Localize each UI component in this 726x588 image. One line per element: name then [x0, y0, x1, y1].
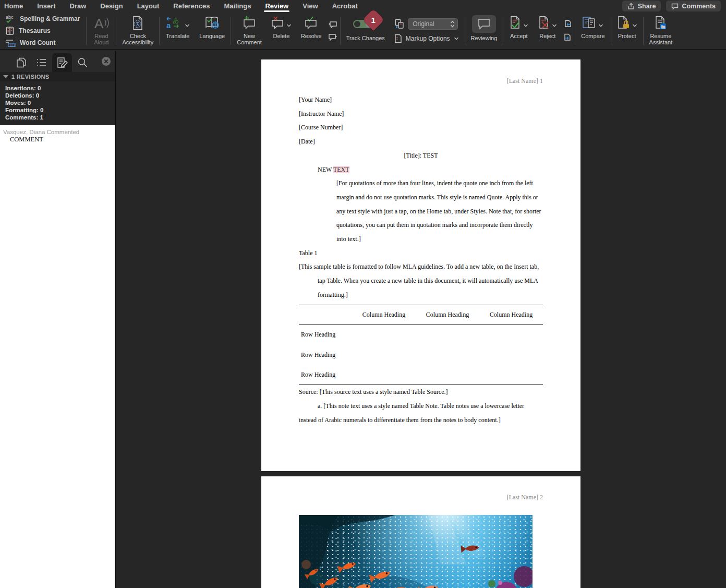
tab-design[interactable]: Design: [100, 0, 123, 13]
commented-text[interactable]: TEXT: [333, 166, 349, 173]
byline-date: [Date]: [299, 135, 543, 149]
svg-text:abc: abc: [6, 15, 14, 20]
comments-label: Comments: [682, 3, 716, 10]
next-change-icon[interactable]: [563, 33, 572, 42]
display-for-review-value: Original: [413, 20, 434, 28]
accept-change-icon: [509, 16, 522, 30]
reviewing-pane-button[interactable]: Reviewing: [466, 13, 502, 49]
translate-label: Translate: [166, 33, 189, 39]
review-ribbon: abc Spelling & Grammar Thesaurus 123 Wor…: [0, 13, 726, 50]
track-changes-label: Track Changes: [346, 35, 385, 41]
tab-review[interactable]: Review: [265, 0, 288, 13]
tab-draw[interactable]: Draw: [70, 0, 87, 13]
comments-button[interactable]: Comments: [666, 1, 721, 11]
tab-references[interactable]: References: [173, 0, 210, 13]
ribbon-separator: [340, 17, 341, 45]
translate-icon: a あ: [165, 16, 183, 30]
accept-label: Accept: [510, 33, 528, 39]
reject-chevron-icon: [552, 23, 557, 28]
tab-view[interactable]: View: [302, 0, 318, 13]
main-area: 1 REVISIONS Insertions: 0 Deletions: 0 M…: [0, 51, 726, 588]
ribbon-separator: [231, 17, 231, 45]
document-title: [Title]: TEST: [299, 149, 543, 163]
review-sidebar: 1 REVISIONS Insertions: 0 Deletions: 0 M…: [0, 51, 116, 588]
sidebar-tab-revisions[interactable]: [52, 53, 72, 72]
ribbon-separator: [575, 17, 575, 45]
track-changes-toggle[interactable]: 1 Track Changes: [342, 13, 390, 49]
markup-options-label: Markup Options: [406, 35, 450, 42]
markup-options-button[interactable]: Markup Options: [394, 32, 459, 45]
table-source: Source: [This source text uses a style n…: [299, 385, 543, 399]
delete-comment-icon: [271, 16, 285, 30]
previous-change-icon[interactable]: [563, 20, 572, 29]
compare-label: Compare: [581, 33, 604, 39]
share-button[interactable]: Share: [622, 1, 661, 11]
new-comment-button[interactable]: New Comment: [232, 13, 267, 49]
compare-button[interactable]: Compare: [576, 13, 609, 49]
word-count-button[interactable]: 123 Word Count: [5, 38, 80, 47]
delete-chevron-icon: [286, 23, 292, 28]
document-page-2[interactable]: [Last Name] 2: [261, 476, 580, 588]
spelling-grammar-icon: abc: [5, 14, 16, 23]
thesaurus-label: Thesaurus: [19, 27, 51, 34]
stat-formatting: Formatting: 0: [5, 106, 115, 114]
comment-entry[interactable]: Vasquez, Diana Commented COMMENT: [0, 128, 115, 143]
byline-instructor: [Instructor Name]: [299, 107, 543, 121]
column-heading: Column Heading: [479, 308, 543, 322]
search-icon: [77, 57, 88, 68]
tab-mailings[interactable]: Mailings: [224, 0, 251, 13]
thesaurus-button[interactable]: Thesaurus: [5, 26, 80, 35]
document-page-1[interactable]: [Last Name] 1 [Your Name] [Instructor Na…: [261, 59, 580, 471]
sidebar-tabs: [0, 51, 115, 72]
reviewing-label: Reviewing: [471, 35, 498, 41]
close-sidebar-button[interactable]: [101, 56, 111, 66]
delete-comment-button[interactable]: Delete: [267, 13, 296, 49]
next-comment-icon[interactable]: [328, 33, 337, 41]
reviewing-pane-icon: [478, 18, 490, 30]
reject-change-button[interactable]: Reject: [533, 13, 562, 49]
translate-button[interactable]: a あ Translate: [161, 13, 195, 49]
spelling-grammar-button[interactable]: abc Spelling & Grammar: [5, 14, 80, 23]
comments-icon: [671, 3, 679, 10]
revisions-header[interactable]: 1 REVISIONS: [0, 72, 115, 81]
protect-button[interactable]: Protect: [612, 13, 642, 49]
close-icon: [101, 56, 111, 66]
reef-photo[interactable]: [299, 515, 533, 588]
new-comment-label: New Comment: [237, 33, 262, 45]
revisions-header-label: 1 REVISIONS: [11, 74, 49, 80]
resume-assistant-button[interactable]: in Resume Assistant: [645, 13, 677, 49]
tab-insert[interactable]: Insert: [37, 0, 55, 13]
ribbon-separator: [643, 17, 644, 45]
revisions-icon: [56, 57, 68, 68]
list-icon: [36, 57, 47, 68]
previous-comment-icon[interactable]: [328, 21, 337, 29]
sidebar-tab-search[interactable]: [72, 53, 92, 72]
svg-text:a: a: [166, 21, 171, 30]
table-row: Row Heading: [299, 325, 543, 345]
tab-home[interactable]: Home: [4, 0, 23, 13]
page1-body: [Your Name] [Instructor Name] [Course Nu…: [299, 93, 543, 427]
sidebar-tab-thumbnails[interactable]: [11, 53, 31, 72]
language-button[interactable]: Language: [195, 13, 229, 49]
change-nav-group: [562, 13, 574, 49]
sidebar-tab-outline[interactable]: [32, 53, 52, 72]
resolve-comment-button[interactable]: Resolve: [296, 13, 326, 49]
svg-text:123: 123: [9, 43, 15, 47]
accept-change-button[interactable]: Accept: [504, 13, 533, 49]
tab-layout[interactable]: Layout: [137, 0, 160, 13]
display-for-review-select[interactable]: Original: [408, 18, 458, 30]
resolve-comment-icon: [305, 16, 318, 30]
ribbon-separator: [159, 17, 160, 45]
page1-header: [Last Name] 1: [507, 77, 543, 85]
language-label: Language: [199, 33, 225, 39]
word-count-label: Word Count: [20, 39, 55, 46]
read-aloud-button[interactable]: A Read Aloud: [88, 13, 115, 49]
column-heading: Column Heading: [352, 308, 416, 322]
check-accessibility-button[interactable]: Check Accessibility: [117, 13, 158, 49]
tab-acrobat[interactable]: Acrobat: [332, 0, 358, 13]
svg-text:in: in: [661, 25, 665, 29]
column-heading: Column Heading: [416, 308, 479, 322]
window-actions: Share Comments: [622, 1, 721, 11]
sample-table[interactable]: Column Heading Column Heading Column Hea…: [299, 305, 543, 386]
byline-course: [Course Number]: [299, 121, 543, 135]
